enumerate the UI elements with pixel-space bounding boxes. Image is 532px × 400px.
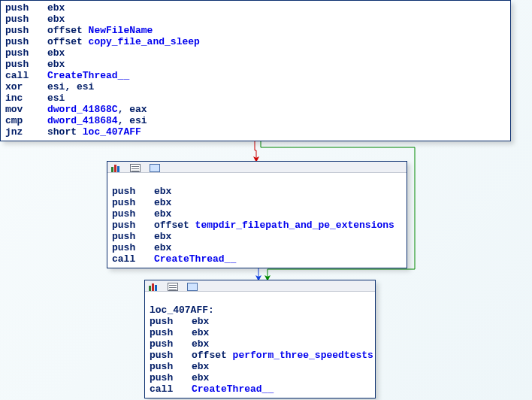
- disasm-block-2-body: loc_407AFF:pushebxpushebxpushebxpushoffs…: [145, 292, 375, 398]
- symbol-xref[interactable]: dword_41868C: [47, 104, 118, 115]
- mnemonic: call: [112, 253, 154, 265]
- disasm-line[interactable]: pushebx: [5, 2, 507, 14]
- disasm-line[interactable]: pushoffset tempdir_filepath_and_pe_exten…: [112, 220, 404, 231]
- disasm-line[interactable]: callCreateThread__: [150, 383, 372, 395]
- disasm-line[interactable]: pushebx: [150, 372, 372, 383]
- asm-view-icon: [168, 283, 178, 291]
- disasm-line[interactable]: pushebx: [112, 186, 404, 197]
- symbol-xref[interactable]: dword_418684: [47, 115, 118, 126]
- disasm-block-1-body: pushebxpushebxpushebxpushoffset tempdir_…: [107, 173, 407, 268]
- disasm-line[interactable]: jnzshort loc_407AFF: [5, 126, 507, 138]
- disasm-line[interactable]: pushoffset NewFileName: [5, 25, 507, 36]
- mnemonic: push: [150, 316, 192, 327]
- disasm-line[interactable]: pushebx: [150, 338, 372, 350]
- disasm-line[interactable]: pushebx: [112, 231, 404, 242]
- hex-view-icon: [150, 164, 160, 172]
- disasm-line[interactable]: pushebx: [150, 327, 372, 338]
- disasm-block-0-body: pushebxpushebxpushoffset NewFileNamepush…: [1, 1, 510, 141]
- blank-line: [150, 293, 372, 305]
- mnemonic: jnz: [5, 126, 47, 138]
- hex-view-icon: [187, 283, 198, 291]
- mnemonic: push: [150, 327, 192, 338]
- disasm-line[interactable]: pushebx: [150, 316, 372, 327]
- register-operand: ebx: [192, 316, 209, 327]
- mnemonic: push: [112, 231, 154, 242]
- register-operand: ebx: [47, 14, 65, 25]
- operand-separator: ,: [65, 81, 77, 92]
- register-operand: esi: [47, 81, 65, 92]
- block-titlebar: [145, 280, 375, 292]
- symbol-xref[interactable]: perform_three_speedtests: [233, 350, 373, 361]
- register-operand: ebx: [47, 2, 65, 14]
- register-operand: esi: [129, 115, 147, 126]
- mnemonic: mov: [5, 104, 47, 115]
- mnemonic: push: [5, 59, 47, 70]
- disasm-line[interactable]: pushebx: [112, 208, 404, 220]
- disasm-line[interactable]: pushoffset copy_file_and_sleep: [5, 36, 507, 47]
- mnemonic: push: [5, 25, 47, 36]
- mnemonic: call: [5, 70, 47, 81]
- disasm-line[interactable]: movdword_41868C, eax: [5, 104, 507, 115]
- call-target[interactable]: CreateThread__: [154, 253, 236, 265]
- disasm-block-0[interactable]: pushebxpushebxpushoffset NewFileNamepush…: [0, 0, 511, 141]
- chart-icon: [110, 164, 121, 172]
- mnemonic: push: [112, 208, 154, 220]
- disasm-line[interactable]: xoresi, esi: [5, 81, 507, 92]
- mnemonic: push: [150, 372, 192, 383]
- disasm-line[interactable]: callCreateThread__: [112, 253, 404, 265]
- register-operand: ebx: [192, 361, 209, 372]
- disasm-line[interactable]: pushoffset perform_three_speedtests: [150, 350, 372, 361]
- register-operand: esi: [77, 81, 94, 92]
- mnemonic: call: [150, 383, 192, 395]
- register-operand: eax: [129, 104, 147, 115]
- register-operand: ebx: [154, 197, 171, 208]
- disasm-line[interactable]: pushebx: [150, 361, 372, 372]
- operand-separator: ,: [118, 115, 130, 126]
- register-operand: ebx: [192, 327, 209, 338]
- disasm-line[interactable]: incesi: [5, 92, 507, 104]
- blank-line: [112, 174, 404, 186]
- chart-icon: [148, 283, 159, 291]
- symbol-xref[interactable]: loc_407AFF: [83, 126, 141, 138]
- keyword-operand: short: [47, 126, 83, 138]
- symbol-xref[interactable]: NewFileName: [89, 25, 153, 36]
- mnemonic: xor: [5, 81, 47, 92]
- disasm-block-1[interactable]: pushebxpushebxpushebxpushoffset tempdir_…: [107, 161, 407, 268]
- disasm-line[interactable]: pushebx: [112, 197, 404, 208]
- disasm-line[interactable]: cmpdword_418684, esi: [5, 115, 507, 126]
- keyword-operand: offset: [192, 350, 233, 361]
- keyword-operand: offset: [154, 220, 195, 231]
- disasm-line[interactable]: pushebx: [5, 59, 507, 70]
- mnemonic: push: [5, 14, 47, 25]
- mnemonic: push: [5, 36, 47, 47]
- keyword-operand: offset: [47, 25, 89, 36]
- mnemonic: push: [150, 361, 192, 372]
- call-target[interactable]: CreateThread__: [192, 383, 274, 395]
- call-target[interactable]: CreateThread__: [47, 70, 129, 81]
- register-operand: ebx: [192, 372, 209, 383]
- block-label[interactable]: loc_407AFF:: [150, 305, 372, 316]
- mnemonic: cmp: [5, 115, 47, 126]
- disasm-line[interactable]: pushebx: [5, 14, 507, 25]
- keyword-operand: offset: [47, 36, 89, 47]
- register-operand: ebx: [47, 59, 65, 70]
- register-operand: ebx: [154, 186, 171, 197]
- mnemonic: push: [112, 220, 154, 231]
- register-operand: esi: [47, 92, 65, 104]
- mnemonic: push: [150, 350, 192, 361]
- disasm-block-2[interactable]: loc_407AFF:pushebxpushebxpushebxpushoffs…: [144, 280, 376, 398]
- symbol-xref[interactable]: copy_file_and_sleep: [89, 36, 200, 47]
- register-operand: ebx: [154, 242, 171, 253]
- mnemonic: push: [112, 186, 154, 197]
- disasm-line[interactable]: pushebx: [112, 242, 404, 253]
- register-operand: ebx: [47, 47, 65, 59]
- register-operand: ebx: [154, 208, 171, 220]
- block-titlebar: [107, 162, 407, 173]
- register-operand: ebx: [192, 338, 209, 350]
- disasm-line[interactable]: callCreateThread__: [5, 70, 507, 81]
- mnemonic: push: [112, 242, 154, 253]
- disasm-line[interactable]: pushebx: [5, 47, 507, 59]
- asm-view-icon: [130, 164, 141, 172]
- mnemonic: push: [5, 2, 47, 14]
- symbol-xref[interactable]: tempdir_filepath_and_pe_extensions: [195, 220, 394, 231]
